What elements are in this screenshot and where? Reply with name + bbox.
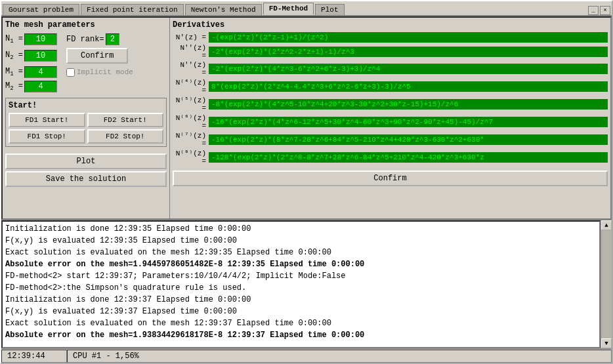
log-line: Exact solution is evaluated on the mesh … [5, 317, 597, 329]
scroll-down-button[interactable]: ▼ [601, 338, 612, 348]
derivative-value-5: -16*(exp(2*z)*(4*z^6-12*z^5+30*z^4-60*z^… [209, 117, 608, 127]
status-bar: 12:39:44 CPU #1 - 1,56% [1, 348, 612, 363]
derivative-row-5: N⁽⁶⁾(z) =-16*(exp(2*z)*(4*z^6-12*z^5+30*… [173, 113, 608, 130]
log-line: Absolute error on the mesh=1.94459786051… [5, 258, 597, 270]
derivative-value-2: -2*(exp(2*z)*(4*z^3-6*z^2+6*z-3)+3)/z^4 [209, 64, 608, 74]
derivative-value-7: -128*(exp(2*z)*(2*z^8-8*z^7+28*z^6-84*z^… [209, 152, 608, 163]
derivative-value-6: -16*(exp(2*z)*(8*z^7-28*z^6+84*z^5-210*z… [209, 134, 608, 145]
fd2-start-button[interactable]: FD2 Start! [87, 113, 164, 127]
status-time: 12:39:44 [1, 350, 67, 363]
log-line: Initialization is done 12:39:37 Elapsed … [5, 294, 597, 306]
main-content: The mesh parameters N1 = FD rank= 2 N2 = [1, 16, 612, 220]
log-scrollbar[interactable]: ▲ ▼ [601, 220, 612, 348]
derivative-row-6: N⁽⁷⁾(z) =-16*(exp(2*z)*(8*z^7-28*z^6+84*… [173, 131, 608, 148]
derivative-label-1: N''(z) = [173, 44, 209, 60]
log-area[interactable]: Initialization is done 12:39:35 Elapsed … [1, 220, 601, 348]
tab-goursat[interactable]: Goursat problem [3, 4, 79, 15]
derivative-row-2: N''(z) =-2*(exp(2*z)*(4*z^3-6*z^2+6*z-3)… [173, 61, 608, 77]
log-line: Absolute error on the mesh=1.93834429618… [5, 329, 597, 341]
tab-fixed-point[interactable]: Fixed point iteration [81, 4, 184, 15]
implicit-checkbox[interactable] [66, 68, 75, 77]
log-line: F(x,y) is evaluated 12:39:35 Elapsed tim… [5, 235, 597, 247]
minimize-button[interactable]: _ [588, 6, 599, 15]
log-line: FD-method<2> start 12:39:37; Parameters:… [5, 270, 597, 282]
m2-label: M2 = [5, 81, 23, 92]
scroll-up-button[interactable]: ▲ [601, 220, 612, 230]
tab-bar: Goursat problem Fixed point iteration Ne… [1, 1, 612, 16]
main-window: Goursat problem Fixed point iteration Ne… [0, 0, 613, 364]
log-line: Initialization is done 12:39:35 Elapsed … [5, 223, 597, 235]
log-section: Initialization is done 12:39:35 Elapsed … [1, 220, 612, 348]
log-line: Exact solution is evaluated on the mesh … [5, 247, 597, 258]
log-line: FD-method<2>:the Simpson's quadrature ru… [5, 282, 597, 294]
start-buttons: FD1 Start! FD2 Start! FD1 Stop! FD2 Stop… [9, 113, 163, 144]
log-line: F(x,y) is evaluated 12:39:37 Elapsed tim… [5, 306, 597, 317]
derivatives-title: Derivatives [173, 20, 608, 30]
confirm-button-bottom[interactable]: Confirm [173, 171, 608, 186]
fd2-stop-button[interactable]: FD2 Stop! [87, 129, 164, 144]
implicit-label: Implicit mode [77, 68, 133, 76]
fd1-start-button[interactable]: FD1 Start! [9, 113, 85, 127]
derivative-row-3: N⁽⁴⁾(z) =8*(exp(2*z)*(2*z^4-4.4*z^3+6*z^… [173, 78, 608, 94]
derivative-label-3: N⁽⁴⁾(z) = [173, 78, 209, 94]
derivative-value-4: -8*(exp(2*z)*(4*z^5-10*z^4+20*z^3-30*z^2… [209, 99, 608, 110]
save-solution-button[interactable]: Save the solution [5, 171, 167, 187]
derivative-label-0: N'(z) = [173, 33, 209, 41]
derivative-label-7: N⁽⁸⁾(z) = [173, 149, 209, 165]
status-cpu: CPU #1 - 1,56% [67, 350, 612, 363]
derivative-row-0: N'(z) =-(exp(2*z)*(2*z-1)+1)/(z^2) [173, 32, 608, 43]
n1-input[interactable] [24, 33, 57, 45]
confirm-button-top[interactable]: Confirm [66, 48, 128, 64]
derivative-value-3: 8*(exp(2*z)*(2*z^4-4.4*z^3+6*z^2-6*z+3)-… [209, 81, 608, 92]
fd1-stop-button[interactable]: FD1 Stop! [9, 129, 85, 144]
derivative-row-1: N''(z) =-2*(exp(2*z)*(2*z^2-2*z+1)-1)/z^… [173, 44, 608, 60]
plot-button[interactable]: Plot [5, 153, 167, 169]
tab-fd-method[interactable]: FD-Method [263, 3, 314, 15]
derivative-row-7: N⁽⁸⁾(z) =-128*(exp(2*z)*(2*z^8-8*z^7+28*… [173, 149, 608, 165]
start-section: Start! FD1 Start! FD2 Start! FD1 Stop! F… [5, 98, 167, 147]
derivative-label-2: N''(z) = [173, 61, 209, 77]
mesh-params-title: The mesh parameters [5, 20, 167, 30]
close-button[interactable]: × [600, 6, 610, 15]
m1-input[interactable] [24, 66, 57, 78]
derivative-label-6: N⁽⁷⁾(z) = [173, 131, 209, 148]
tab-plot[interactable]: Plot [315, 4, 344, 15]
window-controls: _ × [588, 6, 610, 15]
n1-label: N1 = [5, 34, 23, 45]
fd-rank-label: FD rank= [66, 35, 104, 44]
start-title: Start! [9, 101, 163, 110]
fd-rank-value: 2 [106, 33, 119, 45]
right-panel: Derivatives N'(z) =-(exp(2*z)*(2*z-1)+1)… [170, 18, 610, 218]
tab-newton[interactable]: Newton's Method [185, 4, 262, 15]
derivative-label-5: N⁽⁶⁾(z) = [173, 113, 209, 130]
derivative-value-1: -2*(exp(2*z)*(2*z^2-2*z+1)-1)/z^3 [209, 47, 608, 57]
left-panel: The mesh parameters N1 = FD rank= 2 N2 = [3, 18, 170, 218]
derivative-row-4: N⁽⁵⁾(z) =-8*(exp(2*z)*(4*z^5-10*z^4+20*z… [173, 96, 608, 112]
scroll-track [601, 230, 612, 338]
derivatives-list: N'(z) =-(exp(2*z)*(2*z-1)+1)/(z^2)N''(z)… [173, 32, 608, 165]
derivative-label-4: N⁽⁵⁾(z) = [173, 96, 209, 112]
n2-input[interactable] [24, 50, 57, 62]
n2-label: N2 = [5, 51, 23, 61]
m1-label: M1 = [5, 67, 23, 77]
derivative-value-0: -(exp(2*z)*(2*z-1)+1)/(z^2) [209, 32, 608, 43]
m2-input[interactable] [24, 81, 57, 92]
